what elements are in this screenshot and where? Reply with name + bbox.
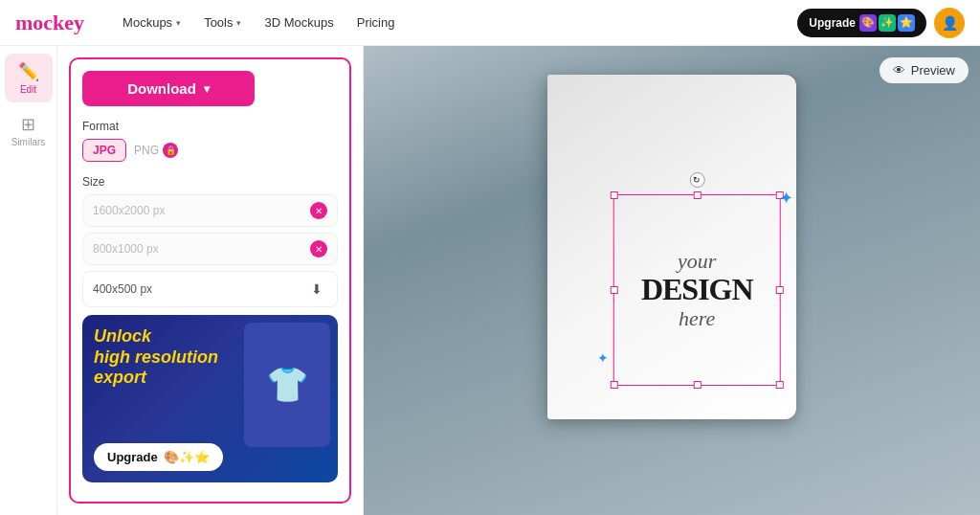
tshirt-decoration: 👕 <box>244 323 330 447</box>
download-button[interactable]: Download ▾ <box>82 71 255 106</box>
handle-middle-right[interactable] <box>776 286 784 294</box>
emoji-blue: ⭐ <box>898 14 915 32</box>
upgrade-emojis: 🎨 ✨ ⭐ <box>859 14 915 32</box>
sidebar-item-edit[interactable]: ✏️ Edit <box>5 54 53 102</box>
format-jpg-button[interactable]: JPG <box>82 139 126 162</box>
size-row-800: 800x1000 px ✕ <box>82 233 338 265</box>
panel-border: Download ▾ Format JPG PNG 🔒 Size 1600x20… <box>69 57 351 504</box>
lock-icon[interactable]: 🔒 <box>163 143 178 158</box>
handle-top-middle[interactable] <box>693 191 701 199</box>
upgrade-card-text: Unlock high resolution export <box>94 326 222 389</box>
design-box: ↻ ✦ ✦ your DESIGN here <box>613 194 781 386</box>
star-decoration: ✦ <box>779 188 793 209</box>
format-png-disabled: PNG 🔒 <box>134 143 178 158</box>
format-row: JPG PNG 🔒 <box>82 139 338 162</box>
emoji-purple: 🎨 <box>859 14 877 32</box>
upgrade-card: 👕 Unlock high resolution export Upgrade … <box>82 315 338 482</box>
size-section: Size 1600x2000 px ✕ 800x1000 px ✕ 400x50… <box>82 175 338 307</box>
navbar: mockey Mockups ▾ Tools ▾ 3D Mockups Pric… <box>0 0 980 46</box>
user-avatar[interactable]: 👤 <box>934 8 965 38</box>
remove-size-1600-button[interactable]: ✕ <box>310 202 327 219</box>
emoji-green: ✨ <box>879 14 896 32</box>
handle-middle-left[interactable] <box>611 286 618 294</box>
logo: mockey <box>15 11 84 35</box>
nav-3d-mockups[interactable]: 3D Mockups <box>253 0 345 46</box>
design-text: your DESIGN here <box>641 250 753 330</box>
chevron-down-icon: ▾ <box>176 18 181 28</box>
handle-bottom-middle[interactable] <box>693 381 701 389</box>
upgrade-card-button[interactable]: Upgrade 🎨✨⭐ <box>94 443 223 471</box>
edit-icon: ✏️ <box>18 61 39 82</box>
size-row-1600: 1600x2000 px ✕ <box>82 194 338 227</box>
size-label: Size <box>82 175 338 189</box>
sidebar: ✏️ Edit ⊞ Similars <box>0 46 57 515</box>
nav-pricing[interactable]: Pricing <box>345 0 407 46</box>
rotate-handle[interactable]: ↻ <box>689 172 704 188</box>
panel: Download ▾ Format JPG PNG 🔒 Size 1600x20… <box>57 46 364 515</box>
format-label: Format <box>82 120 338 133</box>
handle-bottom-right[interactable] <box>776 381 784 389</box>
nav-tools[interactable]: Tools ▾ <box>192 0 253 46</box>
grid-icon: ⊞ <box>21 114 35 135</box>
handle-top-left[interactable] <box>611 191 618 199</box>
sidebar-item-similars[interactable]: ⊞ Similars <box>5 106 53 155</box>
canvas-area: 👁 Preview ↻ ✦ <box>364 46 980 515</box>
handle-bottom-left[interactable] <box>611 381 618 389</box>
main-layout: ✏️ Edit ⊞ Similars Download ▾ Format JPG… <box>0 46 980 515</box>
nav-right: Upgrade 🎨 ✨ ⭐ 👤 <box>797 8 965 38</box>
size-row-400: 400x500 px ⬇ <box>82 271 338 307</box>
nav-mockups[interactable]: Mockups ▾ <box>111 0 192 46</box>
design-overlay[interactable]: ↻ ✦ ✦ your DESIGN here <box>613 194 781 386</box>
eye-icon: 👁 <box>893 63 905 78</box>
chevron-down-icon: ▾ <box>204 82 210 96</box>
nav-links: Mockups ▾ Tools ▾ 3D Mockups Pricing <box>111 0 797 46</box>
download-size-400-button[interactable]: ⬇ <box>306 279 327 300</box>
remove-size-800-button[interactable]: ✕ <box>310 240 327 258</box>
preview-button[interactable]: 👁 Preview <box>880 57 969 83</box>
star-decoration-2: ✦ <box>597 350 609 366</box>
upgrade-button[interactable]: Upgrade 🎨 ✨ ⭐ <box>797 9 926 37</box>
chevron-down-icon: ▾ <box>236 18 241 28</box>
